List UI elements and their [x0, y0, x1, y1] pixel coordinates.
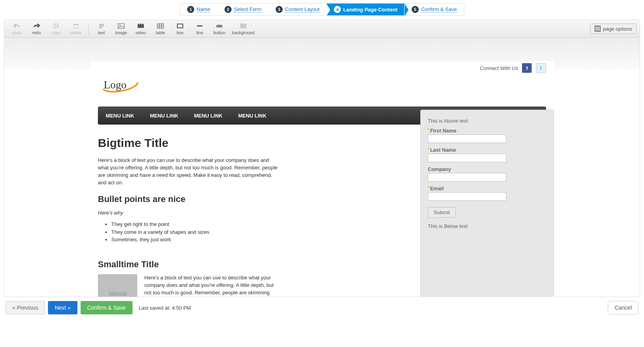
step-number-icon: 5: [412, 6, 419, 13]
page-title[interactable]: Bigtime Title: [98, 136, 405, 150]
text-label: text: [98, 30, 105, 35]
bullet-item[interactable]: They come in a variety of shapes and siz…: [111, 228, 405, 236]
facebook-icon[interactable]: f: [522, 63, 532, 73]
form-field-company: Company: [428, 166, 546, 182]
logo-text: Logo: [104, 79, 127, 91]
redo-button[interactable]: redo: [27, 22, 46, 36]
step-label: Select Form: [234, 6, 261, 13]
subheading-bullets[interactable]: Bullet points are nice: [98, 194, 405, 204]
svg-rect-20: [216, 25, 223, 28]
line-button[interactable]: line: [190, 22, 209, 36]
logo-icon: Logo: [98, 75, 149, 95]
canvas-area[interactable]: Connect With Us f t Logo MENU LINKMENU L…: [4, 38, 640, 297]
last-saved-label: Last saved at: 4:50 PM: [139, 305, 191, 311]
table-icon: [157, 22, 164, 29]
video-button[interactable]: video: [131, 22, 150, 36]
image-placeholder-label: 100x100: [109, 291, 127, 297]
bullet-item[interactable]: They get right to the point: [111, 220, 405, 228]
field-label: Company: [428, 166, 546, 172]
undo-button[interactable]: undo: [7, 22, 26, 36]
landing-page-canvas[interactable]: Connect With Us f t Logo MENU LINKMENU L…: [90, 61, 554, 297]
bullet-list[interactable]: They get right to the pointThey come in …: [111, 220, 405, 244]
next-button[interactable]: Next »: [48, 301, 77, 314]
submit-button[interactable]: Submit: [428, 207, 456, 218]
svg-rect-11: [140, 24, 141, 24]
field-input-last-name[interactable]: [428, 154, 506, 162]
table-button[interactable]: table: [151, 22, 170, 36]
required-icon: *: [428, 185, 429, 190]
svg-rect-2: [74, 24, 78, 28]
step-number-icon: 3: [276, 6, 283, 13]
svg-rect-9: [138, 24, 144, 28]
form-below-text[interactable]: This is Below text: [428, 223, 546, 229]
undo-label: undo: [12, 30, 22, 35]
step-number-icon: 4: [334, 6, 341, 13]
text-button[interactable]: text: [92, 22, 111, 36]
wizard-step-2[interactable]: 2Select Form: [217, 4, 269, 15]
svg-point-8: [120, 25, 121, 26]
line-icon: [196, 22, 203, 29]
svg-rect-12: [142, 24, 143, 24]
previous-button[interactable]: « Previous: [6, 301, 45, 314]
svg-rect-18: [177, 24, 183, 28]
wizard-steps: 1Name2Select Form3Content Layout4Landing…: [0, 0, 644, 17]
background-button[interactable]: background: [230, 22, 257, 36]
field-input-first-name[interactable]: [428, 134, 506, 143]
step-label: Confirm & Save: [421, 6, 457, 13]
video-label: video: [136, 30, 146, 35]
nav-link-0[interactable]: MENU LINK: [106, 113, 134, 119]
step-label: Name: [197, 6, 210, 13]
page-options-button[interactable]: page options: [590, 24, 637, 34]
copy-button[interactable]: copy: [47, 22, 66, 36]
smalltime-section: Smalltime Title 100x100 Here's a block o…: [98, 259, 405, 297]
connect-row: Connect With Us f t: [98, 61, 546, 73]
svg-rect-0: [54, 24, 57, 28]
field-input-company[interactable]: [428, 173, 506, 182]
heres-why-label[interactable]: Here's why: [98, 210, 405, 216]
form-field-first-name: *First Name: [428, 128, 546, 143]
undo-icon: [13, 22, 20, 29]
image-button[interactable]: image: [112, 22, 131, 36]
button-icon: [215, 22, 223, 29]
wizard-step-3[interactable]: 3Content Layout: [269, 4, 327, 15]
footer-bar: « Previous Next » Confirm & Save Last sa…: [0, 297, 644, 318]
box-icon: [177, 22, 184, 29]
bullet-item[interactable]: Sometimes, they just work: [111, 236, 405, 244]
copy-label: copy: [52, 30, 61, 35]
video-icon: [137, 22, 144, 29]
editor-toolbar: undo redo copy delete text image video: [4, 20, 640, 38]
intro-paragraph[interactable]: Here's a block of text you can use to de…: [98, 157, 279, 186]
image-label: image: [115, 30, 127, 35]
smalltime-p1[interactable]: Here's a block of text you can use to de…: [144, 274, 278, 297]
table-label: table: [156, 30, 165, 35]
button-button[interactable]: button: [210, 22, 229, 36]
field-label: *Last Name: [428, 147, 546, 153]
form-panel[interactable]: This is Above text *First Name*Last Name…: [420, 110, 554, 296]
form-field-email: *Email: [428, 185, 546, 201]
image-placeholder[interactable]: 100x100: [98, 274, 137, 297]
confirm-save-button[interactable]: Confirm & Save: [81, 301, 132, 314]
cancel-button[interactable]: Cancel: [608, 301, 638, 314]
logo[interactable]: Logo: [98, 75, 546, 96]
nav-link-1[interactable]: MENU LINK: [150, 113, 178, 119]
delete-button[interactable]: delete: [66, 22, 85, 36]
nav-link-3[interactable]: MENU LINK: [238, 113, 267, 119]
svg-rect-10: [138, 24, 139, 24]
required-icon: *: [428, 147, 429, 151]
sliders-icon: [594, 26, 601, 32]
wizard-step-5[interactable]: 5Confirm & Save: [405, 4, 464, 15]
twitter-icon[interactable]: t: [536, 63, 546, 73]
box-button[interactable]: box: [171, 22, 190, 36]
editor-frame: undo redo copy delete text image video: [4, 20, 640, 297]
nav-link-2[interactable]: MENU LINK: [194, 113, 222, 119]
box-label: box: [177, 30, 184, 35]
content-column: Bigtime Title Here's a block of text you…: [98, 136, 405, 297]
wizard-step-1[interactable]: 1Name: [180, 4, 217, 15]
svg-rect-21: [240, 24, 247, 28]
smalltime-title[interactable]: Smalltime Title: [98, 259, 405, 270]
delete-icon: [73, 22, 79, 29]
field-input-email[interactable]: [428, 192, 506, 201]
wizard-step-4[interactable]: 4Landing Page Content: [327, 4, 405, 15]
form-above-text[interactable]: This is Above text: [428, 118, 546, 124]
field-label: *First Name: [428, 128, 546, 134]
